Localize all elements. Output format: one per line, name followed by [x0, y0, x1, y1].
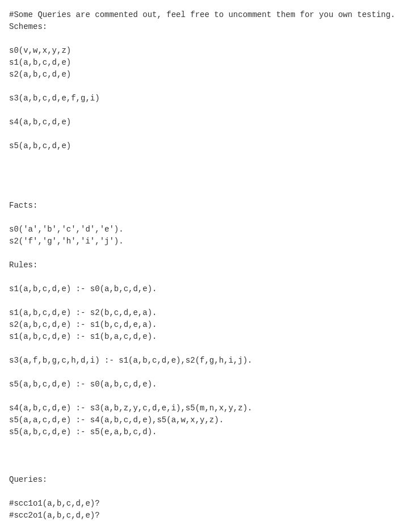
code-line: s1(a,b,c,d,e) :- s1(b,a,c,d,e).	[9, 332, 157, 341]
code-line: s1(a,b,c,d,e) :- s0(a,b,c,d,e).	[9, 284, 157, 293]
code-line: s4(a,b,c,d,e) :- s3(a,b,z,y,c,d,e,i),s5(…	[9, 404, 252, 413]
code-line: s3(a,f,b,g,c,h,d,i) :- s1(a,b,c,d,e),s2(…	[9, 356, 252, 365]
code-line: s0('a','b','c','d','e').	[9, 225, 124, 234]
code-line: Queries:	[9, 475, 47, 484]
code-line: #Some Queries are commented out, feel fr…	[9, 10, 396, 19]
code-line: s4(a,b,c,d,e)	[9, 117, 71, 127]
code-line: s2('f','g','h','i','j').	[9, 237, 124, 246]
code-line: s5(a,b,c,d,e) :- s0(a,b,c,d,e).	[9, 380, 157, 389]
code-line: Facts:	[9, 201, 37, 210]
code-line: s1(a,b,c,d,e)	[9, 58, 71, 67]
code-line: s5(a,b,c,d,e) :- s5(e,a,b,c,d).	[9, 427, 157, 436]
code-line: #scc2o1(a,b,c,d,e)?	[9, 511, 100, 520]
code-line: Rules:	[9, 260, 37, 270]
code-line: s2(a,b,c,d,e) :- s1(b,c,d,e,a).	[9, 320, 157, 329]
code-line: s0(v,w,x,y,z)	[9, 46, 71, 55]
code-line: s5(a,a,c,d,e) :- s4(a,b,c,d,e),s5(a,w,x,…	[9, 415, 224, 425]
code-line: #scc1o1(a,b,c,d,e)?	[9, 499, 100, 508]
code-line: s5(a,b,c,d,e)	[9, 141, 71, 150]
code-line: s1(a,b,c,d,e) :- s2(b,c,d,e,a).	[9, 308, 157, 317]
code-line: Schemes:	[9, 22, 47, 31]
code-line: s3(a,b,c,d,e,f,g,i)	[9, 94, 100, 103]
code-line: s2(a,b,c,d,e)	[9, 70, 71, 79]
